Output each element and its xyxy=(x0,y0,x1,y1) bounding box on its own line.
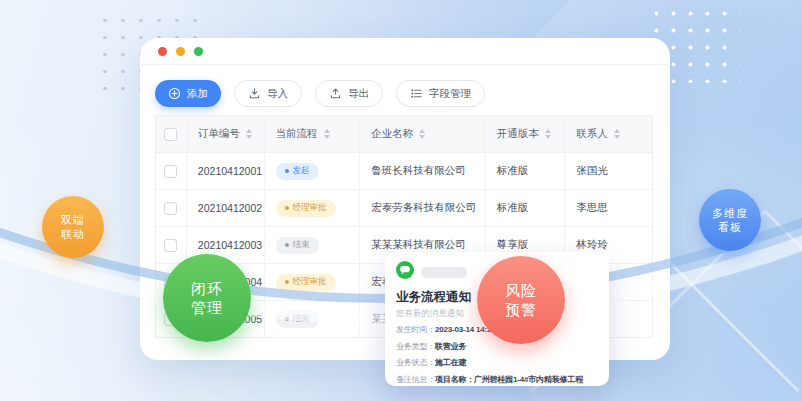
badge-line: 双端 xyxy=(61,213,85,227)
notification-field: 业务类型： 联营业务 xyxy=(396,341,599,354)
field-value: 2023-03-14 14:2 xyxy=(435,324,491,337)
header-current-flow: 当前流程 xyxy=(276,127,318,141)
upload-tray-icon xyxy=(329,87,342,100)
sort-arrows-icon[interactable] xyxy=(419,129,425,139)
chat-bubble-icon xyxy=(396,261,414,283)
badge-line: 预警 xyxy=(505,300,537,320)
version: 标准版 xyxy=(486,153,566,189)
toolbar: 添加 导入 导出 字段管理 xyxy=(155,80,485,107)
status-badge: 发起 xyxy=(276,163,319,180)
marketing-scene: 添加 导入 导出 字段管理 订单编号 当前流程 企业名称 开通版本 xyxy=(0,0,802,401)
sort-arrows-icon[interactable] xyxy=(324,129,330,139)
export-button-label: 导出 xyxy=(348,87,369,101)
table-row: 20210412001 发起 鲁班长科技有限公司 标准版 张国光 xyxy=(156,152,652,189)
badge-line: 联动 xyxy=(61,227,85,241)
header-version: 开通版本 xyxy=(497,127,539,141)
badge-line: 闭环 xyxy=(191,279,223,299)
sender-name-placeholder xyxy=(421,267,467,278)
field-label: 业务状态： xyxy=(396,357,435,370)
feature-badge-risk-warning: 风险 预警 xyxy=(477,256,565,344)
order-number: 20210412002 xyxy=(187,190,265,226)
sort-arrows-icon[interactable] xyxy=(545,129,551,139)
badge-line: 多维度 xyxy=(712,206,748,220)
feature-badge-dual-linkage: 双端 联动 xyxy=(42,196,104,258)
field-label: 备注信息： xyxy=(396,374,435,387)
status-badge: 经理审批 xyxy=(276,274,336,291)
order-number: 20210412001 xyxy=(187,153,265,189)
titlebar xyxy=(140,38,670,65)
table-header-row: 订单编号 当前流程 企业名称 开通版本 联系人 xyxy=(156,116,652,152)
close-window-icon[interactable] xyxy=(158,47,167,56)
minimize-window-icon[interactable] xyxy=(176,47,185,56)
plus-circle-icon xyxy=(168,87,181,100)
sort-arrows-icon[interactable] xyxy=(246,129,252,139)
header-contact: 联系人 xyxy=(576,127,608,141)
row-checkbox[interactable] xyxy=(164,202,177,215)
select-all-checkbox[interactable] xyxy=(164,128,177,141)
export-button[interactable]: 导出 xyxy=(315,80,383,107)
field-management-button-label: 字段管理 xyxy=(429,87,471,101)
badge-line: 管理 xyxy=(191,298,223,318)
sort-arrows-icon[interactable] xyxy=(614,129,620,139)
notification-field: 业务状态： 施工在建 xyxy=(396,357,599,370)
header-company-name: 企业名称 xyxy=(371,127,413,141)
row-checkbox[interactable] xyxy=(164,239,177,252)
table-row: 20210412002 经理审批 宏泰劳务科技有限公司 标准版 李思思 xyxy=(156,189,652,226)
status-badge: 结束 xyxy=(276,311,319,328)
contact: 张国光 xyxy=(565,153,652,189)
add-button[interactable]: 添加 xyxy=(155,80,221,107)
field-label: 发生时间： xyxy=(396,324,435,337)
status-badge: 结束 xyxy=(276,237,319,254)
field-management-button[interactable]: 字段管理 xyxy=(396,80,485,107)
company-name: 宏泰劳务科技有限公司 xyxy=(360,190,485,226)
version: 标准版 xyxy=(486,190,566,226)
badge-line: 风险 xyxy=(505,281,537,301)
feature-badge-multi-dashboard: 多维度 看板 xyxy=(699,189,761,251)
status-badge: 经理审批 xyxy=(276,200,336,217)
add-button-label: 添加 xyxy=(187,87,208,101)
download-tray-icon xyxy=(248,87,261,100)
zoom-window-icon[interactable] xyxy=(194,47,203,56)
import-button[interactable]: 导入 xyxy=(234,80,302,107)
notification-field: 备注信息： 项目名称：广州碧桂园1-4#市内精装修工程 xyxy=(396,374,599,387)
field-value: 施工在建 xyxy=(435,357,466,370)
field-value: 联营业务 xyxy=(435,341,466,354)
field-value: 项目名称：广州碧桂园1-4#市内精装修工程 xyxy=(435,374,583,387)
badge-line: 看板 xyxy=(718,220,742,234)
field-label: 业务类型： xyxy=(396,341,435,354)
list-icon xyxy=(410,87,423,100)
feature-badge-closed-loop: 闭环 管理 xyxy=(163,254,251,342)
contact: 李思思 xyxy=(565,190,652,226)
row-checkbox[interactable] xyxy=(164,165,177,178)
company-name: 鲁班长科技有限公司 xyxy=(360,153,485,189)
header-order-number: 订单编号 xyxy=(198,127,240,141)
import-button-label: 导入 xyxy=(267,87,288,101)
